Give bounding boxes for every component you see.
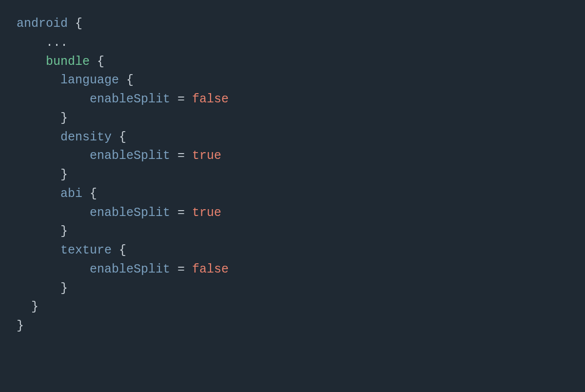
brace-open: { bbox=[75, 17, 82, 31]
keyword-android: android bbox=[17, 17, 68, 31]
ellipsis: ... bbox=[46, 36, 68, 50]
keyword-property: enableSplit bbox=[90, 92, 170, 106]
keyword-split-name: language bbox=[60, 73, 119, 87]
brace-open: { bbox=[97, 55, 104, 69]
brace-open: { bbox=[119, 243, 126, 257]
keyword-property: enableSplit bbox=[90, 262, 170, 276]
brace-close: } bbox=[17, 319, 24, 333]
brace-open: { bbox=[119, 130, 126, 144]
equals-sign: = bbox=[177, 262, 185, 276]
literal-value: true bbox=[192, 149, 221, 163]
equals-sign: = bbox=[177, 206, 185, 220]
brace-close: } bbox=[31, 300, 39, 314]
brace-close: } bbox=[60, 168, 68, 182]
brace-close: } bbox=[60, 224, 68, 238]
keyword-property: enableSplit bbox=[90, 206, 170, 220]
brace-open: { bbox=[90, 187, 97, 201]
keyword-split-name: density bbox=[60, 130, 112, 144]
code-block: android { ... bundle { language { enable… bbox=[17, 15, 568, 336]
keyword-bundle: bundle bbox=[46, 55, 90, 69]
keyword-split-name: texture bbox=[60, 243, 112, 257]
equals-sign: = bbox=[177, 149, 185, 163]
literal-value: false bbox=[192, 262, 229, 276]
equals-sign: = bbox=[177, 92, 185, 106]
keyword-property: enableSplit bbox=[90, 149, 170, 163]
literal-value: false bbox=[192, 92, 229, 106]
keyword-split-name: abi bbox=[60, 187, 82, 201]
literal-value: true bbox=[192, 206, 221, 220]
brace-open: { bbox=[126, 73, 134, 87]
brace-close: } bbox=[60, 111, 68, 125]
brace-close: } bbox=[60, 281, 68, 295]
